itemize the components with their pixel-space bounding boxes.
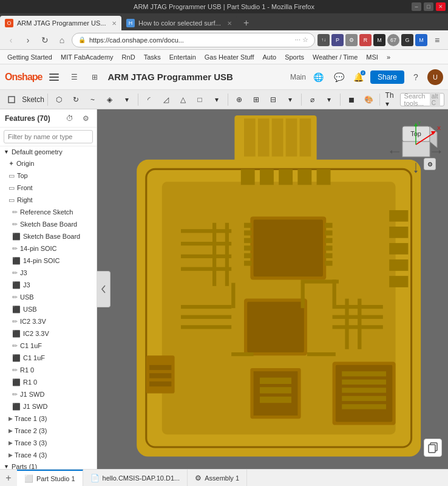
ext-icon-6[interactable]: 67 [387, 34, 399, 46]
sidebar-item-sketch-usb[interactable]: ✏ USB [0, 291, 97, 303]
section-parts[interactable]: ▼ Parts (1) [0, 461, 97, 469]
ext-icon-4[interactable]: R [359, 34, 372, 46]
tab1-close[interactable]: ✕ [112, 20, 117, 27]
feature-list-icon[interactable]: ☰ [66, 69, 82, 85]
user-avatar[interactable]: U [427, 69, 443, 85]
sidebar-group-trace3[interactable]: ▶ Trace 3 (3) [0, 437, 97, 449]
bookmark-tasks[interactable]: Tasks [140, 52, 165, 62]
sidebar-item-sketch-j1swd[interactable]: ✏ J1 SWD [0, 388, 97, 400]
copy-button[interactable] [424, 439, 442, 457]
add-tab-button[interactable]: + [0, 470, 17, 487]
ext-icon-8[interactable]: M [415, 34, 427, 46]
app-menu-button[interactable] [47, 70, 61, 84]
browser-tab-1[interactable]: O ARM JTAG Programmer US... ✕ [0, 16, 121, 30]
sidebar-item-feature-c1[interactable]: ⬛ C1 1uF [0, 352, 97, 364]
toolbar-th[interactable]: Th ▾ [383, 92, 399, 108]
url-bar[interactable]: 🔒 https://cad.onshape.com/docu... ··· ☆ [72, 33, 315, 47]
toolbar-appearance[interactable]: 🎨 [361, 92, 376, 108]
bookmark-rnd[interactable]: RnD [118, 52, 139, 62]
browser-menu-button[interactable]: ≡ [430, 33, 444, 47]
bookmark-msi[interactable]: MSI [362, 52, 382, 62]
toolbar-revolve[interactable]: ↻ [68, 92, 84, 108]
tools-icon[interactable]: ⊞ [87, 69, 103, 85]
sidebar-history-btn[interactable]: ⏱ [64, 112, 76, 125]
sidebar-item-front[interactable]: ▭ Front [0, 182, 97, 194]
new-tab-button[interactable]: + [239, 16, 254, 30]
minimize-button[interactable]: – [412, 2, 421, 11]
forward-button[interactable]: › [21, 33, 35, 47]
toolbar-material[interactable]: ◼ [344, 92, 359, 108]
sidebar-item-ref-sketch[interactable]: ✏ Reference Sketch [0, 206, 97, 218]
ext-icon-3[interactable]: ⚙ [345, 34, 358, 46]
toolbar-more-4[interactable]: ▾ [321, 92, 337, 108]
sidebar-item-sketch-base-board[interactable]: ✏ Sketch Base Board [0, 218, 97, 230]
sidebar-options-btn[interactable]: ⚙ [80, 112, 92, 125]
help-icon[interactable]: ? [408, 69, 424, 85]
toolbar-draft[interactable]: △ [175, 92, 191, 108]
sidebar-item-feature-j3[interactable]: ⬛ J3 [0, 279, 97, 291]
toolbar-more-1[interactable]: ▾ [119, 92, 135, 108]
bookmark-gas[interactable]: Gas Heater Stuff [201, 52, 258, 62]
view-settings-icon[interactable]: ⚙ [424, 158, 436, 170]
filter-input[interactable] [4, 130, 93, 143]
sidebar-item-feature-14pin[interactable]: ⬛ 14-pin SOIC [0, 255, 97, 267]
bookmark-more[interactable]: » [383, 52, 394, 62]
sidebar-item-sketch-r1[interactable]: ✏ R1 0 [0, 364, 97, 376]
orientation-cube[interactable]: Top X Y ⚙ [387, 122, 436, 170]
bookmark-mit[interactable]: MIT FabAcademy [57, 52, 117, 62]
toolbar-more-2[interactable]: ▾ [209, 92, 225, 108]
ext-icon-7[interactable]: G [401, 34, 413, 46]
toolbar-chamfer[interactable]: ◿ [158, 92, 174, 108]
canvas-area[interactable]: Top X Y ⚙ [97, 109, 448, 469]
reload-button[interactable]: ↻ [38, 33, 52, 47]
sidebar-item-feature-ic2[interactable]: ⬛ IC2 3.3V [0, 327, 97, 340]
sidebar-item-sketch-ic2[interactable]: ✏ IC2 3.3V [0, 315, 97, 327]
sidebar-item-feature-j1swd[interactable]: ⬛ J1 SWD [0, 400, 97, 412]
toolbar-fillet[interactable]: ◜ [141, 92, 157, 108]
sidebar-item-feature-base-board[interactable]: ⬛ Sketch Base Board [0, 230, 97, 242]
bookmark-weather[interactable]: Weather / Time [309, 52, 361, 62]
sidebar-item-feature-r1[interactable]: ⬛ R1 0 [0, 376, 97, 388]
section-default-geometry[interactable]: ▼ Default geometry [0, 146, 97, 157]
sidebar-item-sketch-c1[interactable]: ✏ C1 1uF [0, 340, 97, 352]
sidebar-item-right[interactable]: ▭ Right [0, 194, 97, 206]
home-button[interactable]: ⌂ [55, 33, 69, 47]
browser-tab-2[interactable]: H How to color selected surf... ✕ [121, 16, 237, 30]
status-tab-partstudio[interactable]: ⬜ Part Studio 1 [17, 470, 83, 487]
back-button[interactable]: ‹ [4, 33, 18, 47]
toolbar-loft[interactable]: ◈ [102, 92, 118, 108]
sidebar-group-trace2[interactable]: ▶ Trace 2 (3) [0, 425, 97, 437]
sidebar-item-feature-usb[interactable]: ⬛ USB [0, 303, 97, 315]
ext-icon-5[interactable]: M [373, 34, 385, 46]
sidebar-item-origin[interactable]: ✦ Origin [0, 157, 97, 169]
toolbar-more-3[interactable]: ▾ [282, 92, 298, 108]
sidebar-item-top[interactable]: ▭ Top [0, 169, 97, 182]
toolbar-pattern[interactable]: ⊟ [265, 92, 281, 108]
toolbar-mirror[interactable]: ⊞ [248, 92, 264, 108]
globe-icon[interactable]: 🌐 [311, 69, 327, 85]
share-button[interactable]: Share [370, 70, 404, 84]
ext-icon-1[interactable]: ↑↓ [317, 34, 330, 46]
search-tools[interactable]: Search tools... alt C [400, 93, 444, 106]
bookmark-sports[interactable]: Sports [281, 52, 308, 62]
bookmark-entertain[interactable]: Entertain [166, 52, 200, 62]
ext-icon-2[interactable]: P [331, 34, 344, 46]
status-tab-cmsis[interactable]: 📄 hello.CMSIS-DAP.10.D1... [83, 470, 188, 487]
sidebar-group-trace1[interactable]: ▶ Trace 1 (3) [0, 412, 97, 425]
toolbar-sweep[interactable]: ~ [85, 92, 101, 108]
message-icon[interactable]: 💬 [331, 69, 347, 85]
sketch-button[interactable]: Sketch [21, 92, 44, 108]
toolbar-btn-1[interactable] [4, 92, 19, 108]
notification-icon[interactable]: 🔔2 [351, 69, 367, 85]
toolbar-shell[interactable]: □ [192, 92, 208, 108]
bookmark-auto[interactable]: Auto [259, 52, 280, 62]
toolbar-boolean[interactable]: ⊕ [231, 92, 247, 108]
maximize-button[interactable]: □ [424, 2, 433, 11]
sidebar-item-sketch-14pin[interactable]: ✏ 14-pin SOIC [0, 242, 97, 255]
toolbar-mate[interactable]: ⌀ [304, 92, 320, 108]
toolbar-extrude[interactable]: ⬡ [51, 92, 67, 108]
close-button[interactable]: ✕ [436, 2, 446, 11]
sidebar-group-trace4[interactable]: ▶ Trace 4 (3) [0, 449, 97, 461]
bookmark-getting-started[interactable]: Getting Started [4, 52, 56, 62]
status-tab-assembly[interactable]: ⚙ Assembly 1 [188, 470, 247, 487]
